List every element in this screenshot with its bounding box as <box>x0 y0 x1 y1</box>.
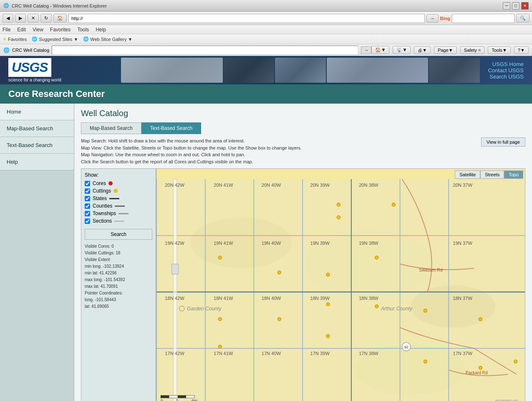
topo-tab[interactable]: Topo <box>504 170 523 179</box>
counties-label: Counties <box>93 203 112 209</box>
sections-checkbox[interactable] <box>85 218 90 224</box>
map-svg: 92 20N 42W 20N 41W 20N 40W 20N 39W 20N 3… <box>156 169 525 401</box>
svg-point-69 <box>514 360 517 363</box>
svg-point-67 <box>424 360 427 363</box>
states-checkbox[interactable] <box>85 196 90 201</box>
svg-point-63 <box>326 302 330 306</box>
ie-toolbar: 🌐 CRC Well Catalog → 🏠▼ 📡▼ 🖨▼ Page▼ Safe… <box>0 44 532 56</box>
usgs-home-link[interactable]: USGS Home <box>488 61 524 67</box>
layer-states: States <box>85 195 152 201</box>
svg-point-68 <box>479 366 482 370</box>
ie-address-area: 🌐 CRC Well Catalog → <box>3 46 371 55</box>
svg-text:18N 39W: 18N 39W <box>310 296 330 301</box>
svg-text:17N 39W: 17N 39W <box>310 351 330 356</box>
help-button[interactable]: ?▼ <box>514 46 529 54</box>
svg-text:0: 0 <box>161 398 163 401</box>
satellite-tab[interactable]: Satellite <box>455 170 480 179</box>
svg-text:92: 92 <box>404 345 408 349</box>
visible-cores: Visible Cores: 0 <box>85 243 152 250</box>
min-long: min long. -102.13924 <box>85 263 152 270</box>
cores-checkbox[interactable] <box>85 181 90 186</box>
navigate-button[interactable]: → <box>361 46 371 54</box>
svg-text:Packard Rd: Packard Rd <box>466 371 488 375</box>
site-header: Core Research Center <box>0 84 532 104</box>
safety-button[interactable]: Safety = <box>460 46 485 54</box>
stop-button[interactable]: ✕ <box>28 14 39 23</box>
view-full-page-button[interactable]: View in full page <box>481 137 525 147</box>
go-button[interactable]: → <box>426 14 439 23</box>
svg-rect-72 <box>178 396 186 398</box>
content-area: Well Catalog Map-Based Search Text-Based… <box>74 104 532 401</box>
back-button[interactable]: ◀ <box>3 14 13 23</box>
svg-text:20N 38W: 20N 38W <box>359 183 378 188</box>
window-controls[interactable]: ─ □ ✕ <box>503 2 529 10</box>
svg-text:2: 2 <box>176 398 178 401</box>
svg-text:20N 40W: 20N 40W <box>262 183 281 188</box>
menu-edit[interactable]: Edit <box>17 27 26 33</box>
refresh-button[interactable]: ↻ <box>40 14 52 23</box>
nav-map-search[interactable]: Map-Based Search <box>0 120 74 137</box>
favorites-bar: ★ Favorites 🌐 Suggested Sites ▼ 🌐 Web Sl… <box>0 34 532 44</box>
ie-address-input[interactable] <box>52 46 358 55</box>
web-slice-gallery[interactable]: 🌐 Web Slice Gallery ▼ <box>83 36 132 42</box>
rss-button[interactable]: 📡▼ <box>393 46 411 54</box>
search-go-button[interactable]: 🔍 <box>516 14 529 23</box>
svg-point-57 <box>326 273 330 276</box>
search-tabs: Map-Based Search Text-Based Search <box>81 122 525 134</box>
site-title: Core Research Center <box>8 89 105 99</box>
minimize-button[interactable]: ─ <box>503 2 510 10</box>
tab-text-search[interactable]: Text-Based Search <box>141 122 201 134</box>
nav-home[interactable]: Home <box>0 104 74 120</box>
counties-checkbox[interactable] <box>85 203 90 209</box>
suggested-sites[interactable]: 🌐 Suggested Sites ▼ <box>32 36 78 42</box>
page-icon: 🌐 <box>3 47 10 53</box>
svg-rect-71 <box>161 396 169 398</box>
nav-help[interactable]: Help <box>0 154 74 170</box>
search-button[interactable]: Search <box>85 229 152 240</box>
home-button[interactable]: 🏠 <box>53 14 67 23</box>
svg-point-66 <box>479 317 482 321</box>
max-lat: max lat: 41.70091 <box>85 283 152 290</box>
svg-text:20N 37W: 20N 37W <box>453 183 472 188</box>
close-button[interactable]: ✕ <box>521 2 529 10</box>
menu-favorites[interactable]: Favorites <box>50 27 71 33</box>
cuttings-checkbox[interactable] <box>85 188 90 194</box>
map-stats: Visible Cores: 0 Visible Cuttings: 18 Vi… <box>85 243 152 310</box>
search-input[interactable] <box>452 14 514 23</box>
visible-cuttings: Visible Cuttings: 18 <box>85 250 152 256</box>
page-button[interactable]: Page▼ <box>434 46 457 54</box>
show-label: Show: <box>85 172 152 178</box>
map-instructions: Map Search: Hold shift to draw a box wit… <box>81 137 525 165</box>
layer-cores: Cores <box>85 180 152 186</box>
bing-label: Bing <box>440 16 450 21</box>
forward-button[interactable]: ▶ <box>15 14 26 23</box>
title-bar-text: 🌐 CRC Well Catalog - Windows Internet Ex… <box>3 3 107 8</box>
left-nav: Home Map-Based Search Text-Based Search … <box>0 104 74 401</box>
menu-file[interactable]: File <box>3 27 10 33</box>
townships-checkbox[interactable] <box>85 211 90 216</box>
favorites-button[interactable]: ★ Favorites <box>3 36 27 42</box>
svg-text:17N 37W: 17N 37W <box>453 351 472 356</box>
map-main[interactable]: Satellite Streets Topo <box>156 168 525 401</box>
suggested-icon: 🌐 <box>32 36 38 42</box>
svg-text:19N 41W: 19N 41W <box>214 241 233 246</box>
home-tools-button[interactable]: 🏠▼ <box>371 46 389 54</box>
svg-text:17N 41W: 17N 41W <box>214 351 233 356</box>
usgs-header: USGS science for a changing world USGS H… <box>0 56 532 84</box>
address-bar[interactable] <box>68 14 425 23</box>
svg-text:POWERED BY: POWERED BY <box>495 399 519 401</box>
usgs-contact-link[interactable]: Contact USGS <box>488 67 524 74</box>
maximize-button[interactable]: □ <box>512 2 519 10</box>
menu-help[interactable]: Help <box>96 27 106 33</box>
menu-view[interactable]: View <box>33 27 43 33</box>
usgs-search-link[interactable]: Search USGS <box>488 74 524 80</box>
nav-text-search[interactable]: Text-Based Search <box>0 137 74 154</box>
tools-button[interactable]: Tools▼ <box>488 46 511 54</box>
print-button[interactable]: 🖨▼ <box>414 46 431 54</box>
streets-tab[interactable]: Streets <box>480 170 504 179</box>
svg-text:18N 40W: 18N 40W <box>262 296 281 301</box>
svg-text:20N 41W: 20N 41W <box>214 183 233 188</box>
menu-tools[interactable]: Tools <box>77 27 89 33</box>
svg-text:17N 42W: 17N 42W <box>165 351 184 356</box>
tab-map-search[interactable]: Map-Based Search <box>81 122 141 134</box>
